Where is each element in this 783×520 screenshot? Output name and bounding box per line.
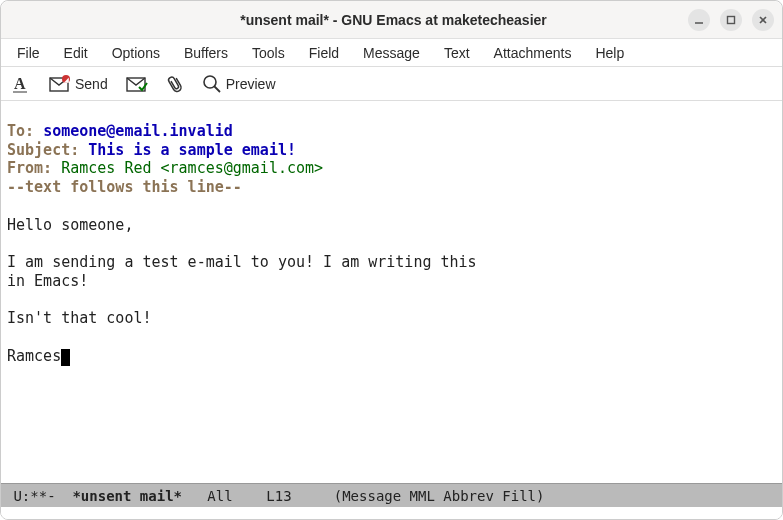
- envelope-send-icon: ◢: [49, 75, 71, 93]
- toolbar: A ◢ Send Preview: [1, 67, 782, 101]
- body-line-2[interactable]: I am sending a test e-mail to you! I am …: [7, 253, 477, 271]
- body-line-4[interactable]: Isn't that cool!: [7, 309, 152, 327]
- header-to-value[interactable]: someone@email.invalid: [43, 122, 233, 140]
- spellcheck-icon: [126, 75, 148, 93]
- header-subject-label: Subject:: [7, 141, 79, 159]
- preview-icon: [202, 74, 222, 94]
- menu-text[interactable]: Text: [432, 42, 482, 64]
- menubar: File Edit Options Buffers Tools Field Me…: [1, 39, 782, 67]
- header-from-value[interactable]: Ramces Red <ramces@gmail.com>: [61, 159, 323, 177]
- close-icon: [758, 15, 768, 25]
- maximize-icon: [726, 15, 736, 25]
- menu-buffers[interactable]: Buffers: [172, 42, 240, 64]
- modeline-modes: (Message MML Abbrev Fill): [334, 488, 545, 504]
- spellcheck-button[interactable]: [126, 75, 148, 93]
- header-to-label: To:: [7, 122, 34, 140]
- body-line-1[interactable]: Hello someone,: [7, 216, 133, 234]
- attach-button[interactable]: [166, 74, 184, 94]
- menu-file[interactable]: File: [5, 42, 52, 64]
- font-icon: A: [11, 74, 31, 94]
- paperclip-icon: [166, 74, 184, 94]
- menu-field[interactable]: Field: [297, 42, 351, 64]
- svg-line-11: [214, 86, 220, 92]
- close-button[interactable]: [752, 9, 774, 31]
- window-buttons: [688, 9, 774, 31]
- modeline-position: All L13: [182, 488, 334, 504]
- menu-tools[interactable]: Tools: [240, 42, 297, 64]
- message-buffer[interactable]: To: someone@email.invalid Subject: This …: [1, 101, 782, 483]
- modeline-status: U:**-: [5, 488, 72, 504]
- svg-rect-1: [728, 16, 735, 23]
- window-title: *unsent mail* - GNU Emacs at maketecheas…: [99, 12, 688, 28]
- minimize-icon: [694, 15, 704, 25]
- header-subject-value[interactable]: This is a sample email!: [88, 141, 296, 159]
- minibuffer[interactable]: [1, 507, 782, 519]
- preview-button[interactable]: Preview: [202, 74, 276, 94]
- send-label: Send: [75, 76, 108, 92]
- maximize-button[interactable]: [720, 9, 742, 31]
- minimize-button[interactable]: [688, 9, 710, 31]
- font-button[interactable]: A: [11, 74, 31, 94]
- menu-message[interactable]: Message: [351, 42, 432, 64]
- body-line-3[interactable]: in Emacs!: [7, 272, 88, 290]
- svg-text:◢: ◢: [63, 76, 69, 82]
- header-separator: --text follows this line--: [7, 178, 242, 196]
- menu-help[interactable]: Help: [583, 42, 636, 64]
- header-from-label: From:: [7, 159, 52, 177]
- svg-text:A: A: [14, 75, 26, 92]
- modeline[interactable]: U:**- *unsent mail* All L13 (Message MML…: [1, 483, 782, 507]
- menu-options[interactable]: Options: [100, 42, 172, 64]
- preview-label: Preview: [226, 76, 276, 92]
- titlebar: *unsent mail* - GNU Emacs at maketecheas…: [1, 1, 782, 39]
- body-line-5[interactable]: Ramces: [7, 347, 61, 365]
- send-button[interactable]: ◢ Send: [49, 75, 108, 93]
- menu-attachments[interactable]: Attachments: [482, 42, 584, 64]
- text-cursor: [61, 349, 70, 366]
- menu-edit[interactable]: Edit: [52, 42, 100, 64]
- modeline-buffer: *unsent mail*: [72, 488, 182, 504]
